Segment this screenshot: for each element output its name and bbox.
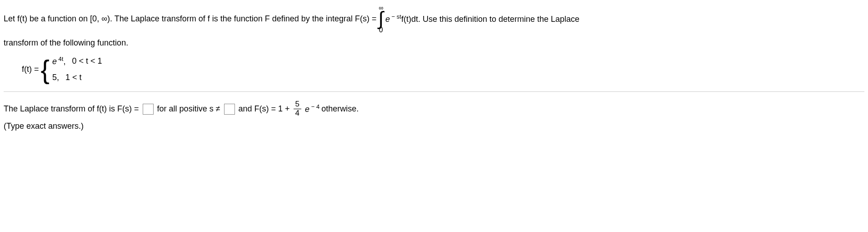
integral-symbol: ∞ ∫ 0 xyxy=(378,5,384,34)
intro-text-before-integral: Let f(t) be a function on [0, ∞). The La… xyxy=(4,13,376,25)
answer-text-3: and F(s) = 1 + xyxy=(239,103,290,115)
piecewise-lhs: f(t) = xyxy=(22,64,39,75)
row2-function: 5, xyxy=(52,72,59,83)
piecewise-function: f(t) = { e 4t, 0 < t < 1 5, 1 < t xyxy=(22,55,864,83)
integrand-e: e xyxy=(385,15,390,24)
answer-exponential: e − 4 xyxy=(305,103,319,115)
integral-lower-limit: 0 xyxy=(379,26,383,34)
fraction-5-4: 5 4 xyxy=(294,100,301,117)
answer-input-2[interactable] xyxy=(224,104,235,115)
piecewise-row-1: e 4t, 0 < t < 1 xyxy=(52,55,102,67)
problem-line-2: transform of the following function. xyxy=(4,37,864,49)
answer-input-1[interactable] xyxy=(143,104,154,115)
left-brace: { xyxy=(41,58,50,81)
piecewise-row-2: 5, 1 < t xyxy=(52,72,102,83)
answer-e: e xyxy=(305,105,309,114)
fraction-numerator: 5 xyxy=(294,100,301,109)
answer-text-2: for all positive s ≠ xyxy=(157,103,220,115)
integrand-exponent: − st xyxy=(390,13,401,20)
answer-line: The Laplace transform of f(t) is F(s) = … xyxy=(4,100,864,117)
row2-condition: 1 < t xyxy=(65,72,82,83)
integrand: e − stf(t)dt. Use this definition to det… xyxy=(385,13,579,25)
row1-e: e xyxy=(52,57,57,66)
answer-note: (Type exact answers.) xyxy=(4,121,864,132)
problem-line-1: Let f(t) be a function on [0, ∞). The La… xyxy=(4,5,864,34)
answer-text-4: otherwise. xyxy=(321,103,359,115)
piecewise-rows: e 4t, 0 < t < 1 5, 1 < t xyxy=(52,55,102,83)
row1-condition: 0 < t < 1 xyxy=(72,55,102,67)
answer-exponent: − 4 xyxy=(309,103,319,110)
answer-text-1: The Laplace transform of f(t) is F(s) = xyxy=(4,103,139,115)
integrand-rest: f(t)dt. Use this definition to determine… xyxy=(401,15,579,24)
row1-comma: , xyxy=(63,57,65,66)
fraction-denominator: 4 xyxy=(294,109,301,118)
section-divider xyxy=(4,91,864,92)
row1-function: e 4t, xyxy=(52,55,66,67)
row1-exponent: 4t xyxy=(57,55,63,62)
integral-sign: ∫ xyxy=(378,10,384,27)
problem-statement: Let f(t) be a function on [0, ∞). The La… xyxy=(4,5,864,83)
